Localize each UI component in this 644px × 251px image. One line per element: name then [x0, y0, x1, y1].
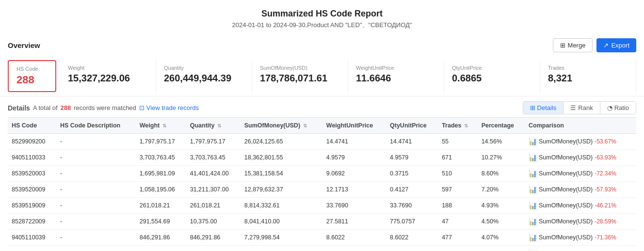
- tab-details[interactable]: ⊞ Details: [523, 102, 564, 114]
- cell-comparison: 📊 SumOfMoney(USD) -53.67%: [525, 134, 636, 150]
- stat-weight-unit: WeightUnitPrice 11.6646: [348, 60, 444, 92]
- cell-description: -: [56, 198, 136, 214]
- merge-button[interactable]: ⊞ Merge: [553, 38, 593, 52]
- table-row: 8529909200 - 1,797,975.17 1,797,975.17 2…: [8, 134, 636, 150]
- comparison-label: SumOfMoney(USD): [539, 234, 593, 241]
- cell-hs-code: 8529909200: [8, 134, 56, 150]
- cell-description: -: [56, 214, 136, 230]
- stat-quantity: Quantity 260,449,944.39: [156, 60, 252, 92]
- cell-hs-code: 9405110039: [8, 230, 56, 246]
- comparison-label: SumOfMoney(USD): [539, 154, 593, 161]
- cell-weight-unit: 9.0692: [322, 166, 386, 182]
- col-trades[interactable]: Trades ⇅: [438, 118, 478, 134]
- tab-rank[interactable]: ☰ Rank: [564, 102, 600, 114]
- col-hs-code: HS Code: [8, 118, 56, 134]
- cell-weight: 1,695,981.09: [136, 166, 186, 182]
- comparison-label: SumOfMoney(USD): [539, 138, 593, 145]
- cell-quantity: 10,375.00: [186, 214, 241, 230]
- table-row: 9405110033 - 3,703,763.45 3,703,763.45 1…: [8, 150, 636, 166]
- page-title: Summarized HS Code Report: [0, 9, 644, 19]
- tab-ratio[interactable]: ◔ Ratio: [600, 102, 636, 114]
- cell-description: -: [56, 150, 136, 166]
- cell-percentage: 4.50%: [478, 214, 525, 230]
- cell-trades: 597: [438, 182, 478, 198]
- stat-qty-unit: QtyUnitPrice 0.6865: [444, 60, 540, 92]
- cell-sum-money: 12,879,632.37: [241, 182, 322, 198]
- table-row: 9405110039 - 846,291.86 846,291.86 7,279…: [8, 230, 636, 246]
- cell-hs-code: 9405110033: [8, 150, 56, 166]
- cell-comparison: 📊 SumOfMoney(USD) -57.93%: [525, 182, 636, 198]
- overview-label: Overview: [8, 41, 40, 49]
- col-comparison: Comparison: [525, 118, 636, 134]
- cell-description: -: [56, 182, 136, 198]
- cell-weight-unit: 33.7690: [322, 198, 386, 214]
- stat-hs-code: HS Code 288: [8, 60, 56, 92]
- export-button[interactable]: ↗ Export: [596, 38, 636, 52]
- cell-weight-unit: 8.6022: [322, 230, 386, 246]
- cell-weight: 3,703,763.45: [136, 150, 186, 166]
- comparison-trend-icon: 📊: [529, 138, 537, 145]
- col-description: HS Code Description: [56, 118, 136, 134]
- cell-sum-money: 7,279,998.54: [241, 230, 322, 246]
- cell-weight-unit: 12.1713: [322, 182, 386, 198]
- col-weight-unit: WeightUnitPrice: [322, 118, 386, 134]
- pie-icon: ◔: [607, 104, 612, 111]
- cell-percentage: 4.93%: [478, 198, 525, 214]
- cell-qty-unit: 0.3715: [386, 166, 438, 182]
- cell-sum-money: 7,043,340.02: [241, 246, 322, 251]
- cell-percentage: 10.27%: [478, 150, 525, 166]
- cell-weight: 1,797,975.17: [136, 134, 186, 150]
- cell-weight: 117,515.16: [136, 246, 186, 251]
- cell-weight: 261,018.21: [136, 198, 186, 214]
- cell-weight-unit: 14.4741: [322, 134, 386, 150]
- comparison-value: -57.93%: [595, 186, 616, 193]
- table-icon: ⊞: [530, 104, 535, 111]
- cell-trades: 477: [438, 230, 478, 246]
- comparison-label: SumOfMoney(USD): [539, 218, 593, 225]
- details-label: Details: [8, 104, 30, 112]
- cell-weight: 846,291.86: [136, 230, 186, 246]
- cell-weight-unit: 27.5811: [322, 214, 386, 230]
- cell-hs-code: 8539520003: [8, 166, 56, 182]
- cell-qty-unit: 33.7690: [386, 198, 438, 214]
- comparison-label: SumOfMoney(USD): [539, 202, 593, 209]
- cell-qty-unit: 8.6022: [386, 230, 438, 246]
- cell-qty-unit: 2,180.6006: [386, 246, 438, 251]
- cell-sum-money: 8,041,410.00: [241, 214, 322, 230]
- cell-trades: 55: [438, 134, 478, 150]
- cell-percentage: 3.94%: [478, 246, 525, 251]
- cell-comparison: 📊 SumOfMoney(USD) -72.34%: [525, 166, 636, 182]
- comparison-value: -28.59%: [595, 218, 616, 225]
- cell-hs-code: 8528722009: [8, 214, 56, 230]
- cell-sum-money: 18,362,801.55: [241, 150, 322, 166]
- stat-sum-money: SumOfMoney(USD) 178,786,071.61: [252, 60, 348, 92]
- table-row: 8528722009 - 291,554.69 10,375.00 8,041,…: [8, 214, 636, 230]
- total-text: A total of: [33, 104, 58, 111]
- cell-percentage: 14.56%: [478, 134, 525, 150]
- col-quantity[interactable]: Quantity ⇅: [186, 118, 241, 134]
- comparison-trend-icon: 📊: [529, 186, 537, 193]
- cell-quantity: 3,230.00: [186, 246, 241, 251]
- comparison-value: -46.21%: [595, 202, 616, 209]
- cell-comparison: 📊 SumOfMoney(USD) -71.36%: [525, 230, 636, 246]
- merge-icon: ⊞: [560, 42, 565, 49]
- cell-qty-unit: 775.0757: [386, 214, 438, 230]
- cell-hs-code: 8539520009: [8, 182, 56, 198]
- cell-description: -: [56, 134, 136, 150]
- col-weight[interactable]: Weight ⇅: [136, 118, 186, 134]
- col-qty-unit: QtyUnitPrice: [386, 118, 438, 134]
- records-count: 288: [61, 104, 71, 111]
- col-sum-money[interactable]: SumOfMoney(USD) ⇅: [241, 118, 322, 134]
- cell-trades: 80: [438, 246, 478, 251]
- cell-qty-unit: 0.4127: [386, 182, 438, 198]
- cell-quantity: 1,797,975.17: [186, 134, 241, 150]
- cell-comparison: 📊 SumOfMoney(USD) -46.21%: [525, 198, 636, 214]
- comparison-value: -71.36%: [595, 234, 616, 241]
- table-row: 8539520009 - 1,058,195.06 31,211,307.00 …: [8, 182, 636, 198]
- comparison-trend-icon: 📊: [529, 202, 537, 209]
- page-subtitle: 2024-01-01 to 2024-09-30,Product AND "LE…: [0, 21, 644, 30]
- cell-hs-code: 8528599009: [8, 246, 56, 251]
- cell-hs-code: 8539519009: [8, 198, 56, 214]
- cell-percentage: 4.07%: [478, 230, 525, 246]
- view-trade-records-link[interactable]: ⊡ View trade records: [139, 104, 199, 111]
